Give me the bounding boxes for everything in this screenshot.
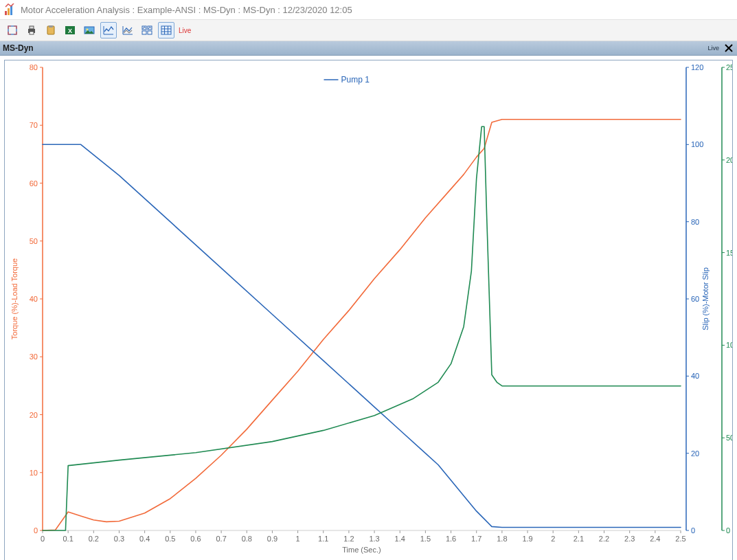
svg-text:40: 40 [691, 372, 699, 380]
title-bar: Motor Acceleration Analysis : Example-AN… [0, 0, 737, 20]
panel-header: MS-Dyn Live [0, 41, 737, 56]
export-excel-button[interactable]: X [62, 22, 78, 38]
svg-rect-17 [161, 26, 171, 34]
data-table-button[interactable] [158, 22, 174, 38]
svg-rect-3 [8, 26, 16, 34]
svg-text:2.1: 2.1 [574, 535, 584, 543]
svg-text:20: 20 [30, 411, 38, 419]
svg-text:1.1: 1.1 [318, 535, 328, 543]
close-button[interactable] [723, 43, 734, 54]
svg-rect-2 [10, 5, 12, 15]
svg-text:2.2: 2.2 [599, 535, 609, 543]
fit-to-screen-button[interactable] [4, 22, 21, 38]
svg-text:0: 0 [691, 526, 695, 535]
svg-text:30: 30 [30, 352, 38, 361]
svg-text:0.2: 0.2 [89, 535, 99, 543]
svg-text:1.4: 1.4 [395, 535, 405, 543]
svg-text:0.6: 0.6 [190, 535, 201, 543]
svg-text:0.7: 0.7 [216, 535, 226, 543]
svg-rect-6 [30, 32, 34, 34]
window-title: Motor Acceleration Analysis : Example-AN… [21, 5, 352, 15]
svg-text:20: 20 [691, 449, 699, 458]
svg-text:1.7: 1.7 [471, 535, 481, 543]
svg-text:150: 150 [726, 249, 732, 257]
svg-text:2: 2 [551, 535, 555, 543]
panel-title: MS-Dyn [3, 43, 34, 53]
toolbar: X [0, 20, 737, 41]
svg-text:50: 50 [726, 434, 732, 442]
svg-text:1.9: 1.9 [522, 535, 532, 543]
svg-text:70: 70 [30, 121, 38, 129]
svg-text:1.8: 1.8 [497, 535, 507, 543]
svg-rect-1 [8, 8, 10, 15]
export-image-button[interactable] [81, 22, 98, 38]
svg-text:0.5: 0.5 [165, 535, 175, 543]
live-indicator: Live [179, 27, 191, 34]
svg-text:50: 50 [30, 237, 38, 245]
svg-text:0: 0 [726, 526, 730, 535]
svg-text:1.3: 1.3 [369, 535, 379, 543]
svg-text:1.6: 1.6 [446, 535, 456, 543]
svg-rect-15 [142, 31, 146, 34]
svg-text:1: 1 [296, 535, 300, 543]
svg-text:1.2: 1.2 [343, 535, 354, 543]
paste-button[interactable] [43, 22, 59, 38]
svg-text:Torque (%)-Load Torque: Torque (%)-Load Torque [10, 258, 19, 339]
svg-rect-8 [49, 25, 53, 27]
svg-text:2.5: 2.5 [675, 535, 685, 543]
chart-panel: 00.10.20.30.40.50.60.70.80.911.11.21.31.… [4, 60, 733, 560]
svg-text:60: 60 [691, 295, 699, 303]
svg-text:100: 100 [691, 140, 703, 148]
close-icon [725, 44, 733, 52]
svg-text:0.9: 0.9 [267, 535, 277, 543]
app-icon [4, 3, 16, 16]
svg-rect-0 [5, 11, 7, 15]
svg-text:0: 0 [41, 535, 45, 543]
multi-plot-button[interactable] [139, 22, 155, 38]
svg-rect-5 [30, 26, 34, 29]
svg-text:80: 80 [691, 218, 699, 226]
svg-text:2.4: 2.4 [650, 535, 660, 543]
svg-text:1.5: 1.5 [420, 535, 431, 543]
svg-text:2.3: 2.3 [624, 535, 635, 543]
svg-rect-16 [148, 31, 152, 34]
svg-text:0.1: 0.1 [63, 535, 73, 543]
svg-text:0: 0 [34, 526, 38, 535]
single-plot-button[interactable] [100, 22, 117, 38]
svg-text:60: 60 [30, 179, 38, 188]
svg-text:0.4: 0.4 [139, 535, 150, 543]
svg-text:40: 40 [30, 295, 38, 303]
svg-text:X: X [68, 27, 72, 34]
svg-text:250: 250 [726, 63, 732, 71]
svg-text:Pump 1: Pump 1 [341, 75, 370, 85]
svg-text:200: 200 [726, 156, 732, 164]
panel-live-label: Live [707, 45, 719, 52]
svg-text:0.8: 0.8 [242, 535, 252, 543]
dual-plot-button[interactable] [120, 22, 136, 38]
svg-text:100: 100 [726, 341, 732, 349]
chart[interactable]: 00.10.20.30.40.50.60.70.80.911.11.21.31.… [5, 60, 732, 558]
svg-text:10: 10 [30, 469, 38, 477]
svg-point-12 [87, 29, 89, 31]
svg-text:Slip (%)-Motor Slip: Slip (%)-Motor Slip [701, 267, 710, 331]
svg-text:80: 80 [30, 63, 38, 71]
print-button[interactable] [23, 22, 40, 38]
svg-text:120: 120 [691, 63, 703, 71]
svg-text:0.3: 0.3 [114, 535, 124, 543]
svg-text:Time (Sec.): Time (Sec.) [342, 546, 381, 554]
